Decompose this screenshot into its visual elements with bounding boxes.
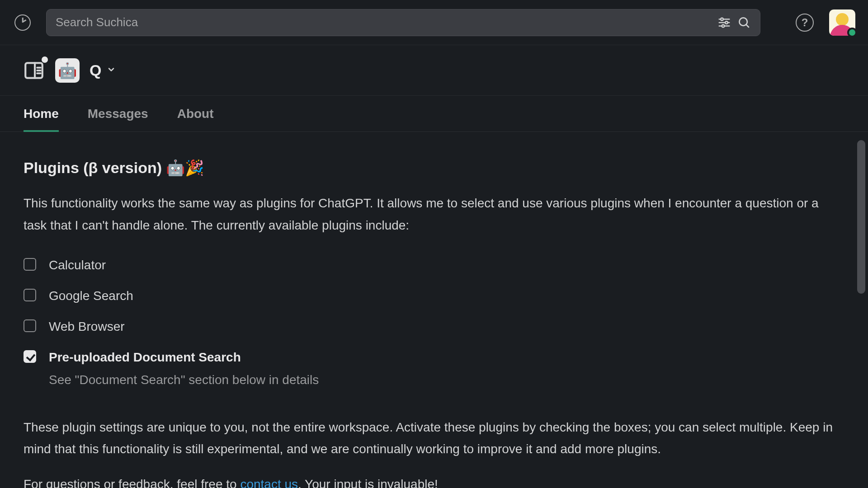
history-button[interactable] xyxy=(13,13,33,33)
footer-text: . Your input is invaluable! xyxy=(298,477,438,488)
intro-text: This functionality works the same way as… xyxy=(24,192,837,236)
footer-text: For questions or feedback, feel free to xyxy=(24,477,240,488)
checkbox[interactable] xyxy=(24,258,36,271)
scrollbar[interactable] xyxy=(857,140,865,294)
toggle-sidebar-button[interactable] xyxy=(23,59,45,82)
svg-point-3 xyxy=(721,18,723,20)
contact-link[interactable]: contact us xyxy=(240,477,298,488)
plugin-sublabel: See "Document Search" section below in d… xyxy=(49,369,319,391)
footer-line: For questions or feedback, feel free to … xyxy=(24,474,844,488)
plugin-label: Google Search xyxy=(49,285,133,307)
plugin-item-document-search: Pre-uploaded Document Search See "Docume… xyxy=(24,342,844,395)
page-title: Plugins (β version) 🤖🎉 xyxy=(24,155,844,181)
paragraph: These plugin settings are unique to you,… xyxy=(24,417,844,460)
search-icon[interactable] xyxy=(737,16,751,29)
bot-avatar[interactable]: 🤖 xyxy=(55,58,80,83)
help-button[interactable]: ? xyxy=(796,14,814,32)
plugin-label: Web Browser xyxy=(49,316,125,338)
tab-label: About xyxy=(177,107,214,121)
plugin-label: Calculator xyxy=(49,254,106,276)
svg-point-4 xyxy=(725,21,728,24)
plugin-item-calculator: Calculator xyxy=(24,250,844,281)
plugin-item-web-browser: Web Browser xyxy=(24,311,844,342)
checkbox[interactable] xyxy=(24,350,36,363)
plugin-label: Pre-uploaded Document Search xyxy=(49,347,319,368)
tab-bar: Home Messages About xyxy=(0,96,868,132)
presence-active-icon xyxy=(847,28,857,38)
channel-name-button[interactable]: Q xyxy=(90,61,116,79)
svg-line-7 xyxy=(746,24,749,27)
bot-name: Q xyxy=(90,61,101,79)
tab-home[interactable]: Home xyxy=(24,96,59,131)
filter-icon[interactable] xyxy=(717,16,731,29)
robot-icon: 🤖 xyxy=(58,61,77,80)
notification-dot-icon xyxy=(42,56,48,63)
user-avatar[interactable] xyxy=(829,9,855,36)
plugin-list: Calculator Google Search Web Browser Pre… xyxy=(24,250,844,396)
search-field[interactable] xyxy=(46,9,760,36)
tab-label: Messages xyxy=(88,107,148,121)
checkbox[interactable] xyxy=(24,319,36,332)
search-input[interactable] xyxy=(56,15,711,29)
tab-messages[interactable]: Messages xyxy=(88,96,148,131)
clock-icon xyxy=(14,14,31,31)
checkbox[interactable] xyxy=(24,289,36,301)
tab-label: Home xyxy=(24,107,59,121)
tab-about[interactable]: About xyxy=(177,96,214,131)
plugin-item-google-search: Google Search xyxy=(24,281,844,311)
svg-point-5 xyxy=(722,24,725,27)
chevron-down-icon xyxy=(107,65,116,76)
